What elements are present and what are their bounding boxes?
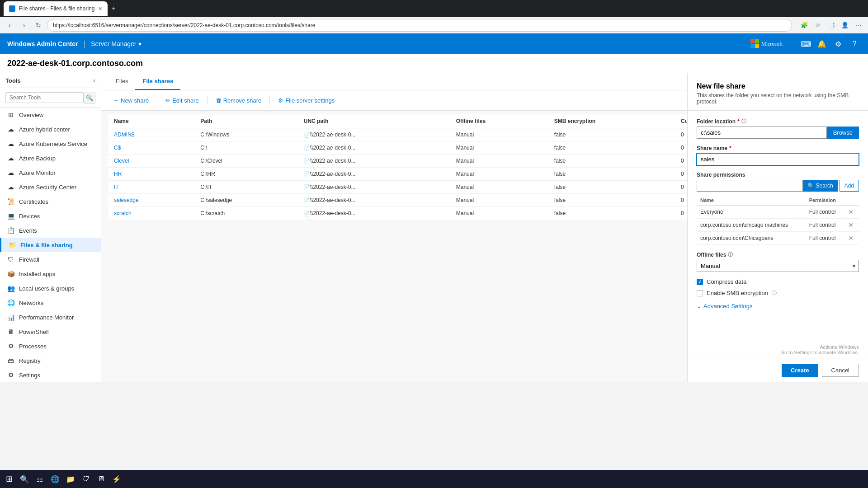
new-tab-button[interactable]: + <box>111 5 115 13</box>
terminal-icon[interactable]: ⌨ <box>799 38 812 50</box>
tab-file-shares[interactable]: File shares <box>135 73 180 90</box>
cell-path: C:\Windows <box>195 128 298 141</box>
remove-share-button[interactable]: 🗑 Remove share <box>211 95 266 106</box>
sidebar-item-azure-hybrid[interactable]: ☁ Azure hybrid center <box>0 122 101 136</box>
server-manager-link[interactable]: Server Manager ▾ <box>91 40 141 47</box>
sidebar-item-powershell[interactable]: 🖥 PowerShell <box>0 324 101 339</box>
installed-apps-icon: 📦 <box>7 270 14 277</box>
search-tools-button[interactable]: 🔍 <box>84 92 95 103</box>
share-name-link[interactable]: ADMIN$ <box>114 131 134 138</box>
sidebar-item-label: Certificates <box>19 198 48 205</box>
forward-button[interactable]: › <box>18 19 30 31</box>
share-name-link[interactable]: Clevel <box>114 158 129 164</box>
sidebar-item-settings[interactable]: ⚙ Settings <box>0 368 101 382</box>
sidebar-item-processes[interactable]: ⚙ Processes <box>0 339 101 353</box>
svg-text:Microsoft: Microsoft <box>761 41 783 47</box>
share-name-link[interactable]: HR <box>114 171 122 177</box>
tab-files[interactable]: Files <box>108 73 135 90</box>
smb-encryption-checkbox[interactable] <box>697 290 703 296</box>
browse-button[interactable]: Browse <box>827 127 859 139</box>
sidebar-item-registry[interactable]: 🗃 Registry <box>0 353 101 368</box>
new-share-button[interactable]: ＋ New share <box>108 94 153 107</box>
share-name-link[interactable]: C$ <box>114 145 121 151</box>
smb-info-icon[interactable]: ⓘ <box>772 290 777 296</box>
perm-permission: Full control <box>806 206 844 219</box>
sidebar-item-networks[interactable]: 🌐 Networks <box>0 296 101 310</box>
share-name-link[interactable]: salesedge <box>114 197 139 203</box>
permissions-search-button[interactable]: 🔍 Search <box>803 180 838 192</box>
create-button[interactable]: Create <box>782 364 818 377</box>
sidebar-item-certificates[interactable]: 📜 Certificates <box>0 194 101 209</box>
cell-smb: false <box>549 194 675 207</box>
edit-share-button[interactable]: ✏ Edit share <box>161 95 203 106</box>
back-button[interactable]: ‹ <box>4 19 15 31</box>
tab-close-btn[interactable]: ✕ <box>98 6 102 12</box>
advanced-settings-button[interactable]: ⌄ Advanced Settings <box>697 301 752 311</box>
share-name-link[interactable]: scratch <box>114 210 132 216</box>
sidebar-item-devices[interactable]: 💻 Devices <box>0 209 101 223</box>
sidebar-item-overview[interactable]: ⊞ Overview <box>0 108 101 122</box>
files-sharing-icon: 📁 <box>9 241 16 249</box>
sidebar-item-local-users[interactable]: 👥 Local users & groups <box>0 281 101 296</box>
refresh-button[interactable]: ↻ <box>33 19 44 31</box>
favorites-btn[interactable]: ☆ <box>812 19 824 31</box>
browser-tab[interactable]: File shares - Files & file sharing ✕ <box>4 1 108 16</box>
notification-icon[interactable]: 🔔 <box>816 38 828 50</box>
collections-btn[interactable]: 📑 <box>826 19 837 31</box>
file-server-settings-button[interactable]: ⚙ File server settings <box>274 95 339 106</box>
offline-files-select-wrap: Manual All files None ▾ <box>697 260 859 272</box>
permissions-search-input[interactable] <box>697 180 803 192</box>
extensions-btn[interactable]: 🧩 <box>798 19 810 31</box>
sidebar-item-firewall[interactable]: 🛡 Firewall <box>0 252 101 267</box>
sidebar-item-events[interactable]: 📋 Events <box>0 223 101 238</box>
sidebar-item-performance[interactable]: 📊 Performance Monitor <box>0 310 101 324</box>
sidebar-item-azure-backup[interactable]: ☁ Azure Backup <box>0 151 101 165</box>
help-icon[interactable]: ? <box>848 38 861 50</box>
share-name-input[interactable] <box>697 153 859 165</box>
chevron-down-icon-adv: ⌄ <box>697 303 702 310</box>
share-name-link[interactable]: IT <box>114 184 119 190</box>
share-permissions-group: Share permissions 🔍 Search Add Name <box>697 172 859 245</box>
registry-icon: 🗃 <box>7 357 14 364</box>
svg-rect-0 <box>750 39 755 43</box>
microsoft-logo: Microsoft <box>750 39 787 48</box>
remove-permission-button[interactable]: ✕ <box>848 235 854 242</box>
sidebar-item-azure-security[interactable]: ☁ Azure Security Center <box>0 180 101 194</box>
toolbar-separator <box>157 96 157 105</box>
permissions-add-button[interactable]: Add <box>840 180 859 192</box>
cell-smb: false <box>549 141 675 155</box>
address-bar[interactable]: https://localhost:6516/servermanager/con… <box>47 19 792 32</box>
perms-col-action <box>844 195 859 206</box>
cell-name: Clevel <box>108 155 195 168</box>
file-icon: 📄 <box>304 184 310 190</box>
cell-offline: Manual <box>451 194 549 207</box>
sidebar-item-files-sharing[interactable]: 📁 Files & file sharing <box>0 238 101 252</box>
compress-data-checkbox[interactable]: ✓ <box>697 279 703 285</box>
search-tools-input[interactable] <box>5 92 84 103</box>
sidebar-item-azure-kubernetes[interactable]: ☁ Azure Kubernetes Service <box>0 136 101 151</box>
remove-permission-button[interactable]: ✕ <box>848 208 854 216</box>
tab-title: File shares - Files & file sharing <box>19 5 94 12</box>
file-icon: 📄 <box>304 158 310 164</box>
sidebar-item-label: Files & file sharing <box>20 242 73 249</box>
sidebar-collapse-btn[interactable]: ‹ <box>93 77 95 84</box>
info-icon[interactable]: ⓘ <box>741 118 746 125</box>
header-icons: ⌨ 🔔 ⚙ ? <box>799 38 861 50</box>
col-path: Path <box>195 114 298 128</box>
settings-icon[interactable]: ⚙ <box>832 38 844 50</box>
menu-btn[interactable]: ⋯ <box>853 19 864 31</box>
cell-smb: false <box>549 207 675 220</box>
sidebar-item-azure-monitor[interactable]: ☁ Azure Monitor <box>0 165 101 180</box>
cancel-button[interactable]: Cancel <box>822 364 859 377</box>
remove-permission-button[interactable]: ✕ <box>848 221 854 229</box>
perm-name: corp.contoso.com\Chicagoans <box>697 232 806 245</box>
offline-info-icon[interactable]: ⓘ <box>728 251 733 258</box>
col-offline: Offline files <box>451 114 549 128</box>
devices-icon: 💻 <box>7 212 14 220</box>
offline-files-select[interactable]: Manual All files None <box>697 260 859 272</box>
folder-input-row: Browse <box>697 127 859 139</box>
folder-location-input[interactable] <box>697 127 827 139</box>
sidebar-item-installed-apps[interactable]: 📦 Installed apps <box>0 267 101 281</box>
local-users-icon: 👥 <box>7 285 14 292</box>
profile-btn[interactable]: 👤 <box>839 19 851 31</box>
